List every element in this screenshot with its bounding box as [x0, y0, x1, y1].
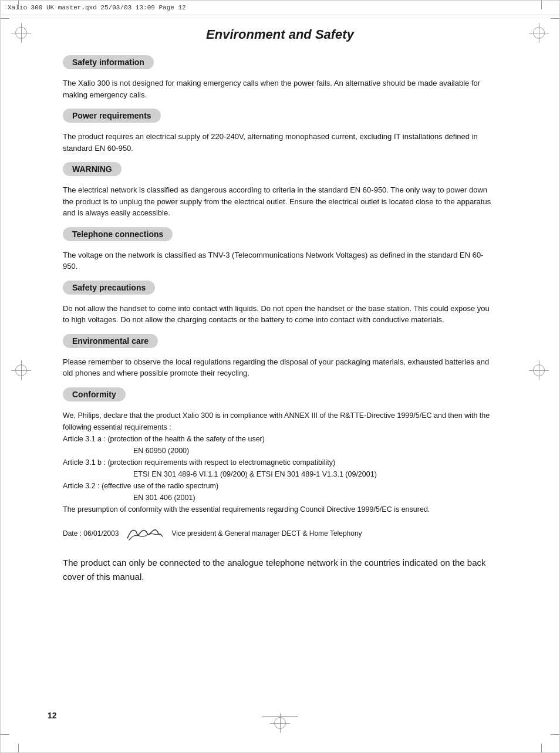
- signature-date: Date : 06/01/2003: [63, 529, 119, 538]
- section-text-safety-information: The Xalio 300 is not designed for making…: [63, 77, 497, 100]
- signature-row: Date : 06/01/2003 Vice president & Gener…: [63, 524, 497, 544]
- conformity-line-2: EN 60950 (2000): [133, 445, 497, 457]
- crop-mark: [18, 744, 19, 752]
- section-environmental-care: Environmental care Please remember to ob…: [63, 334, 497, 379]
- section-heading-conformity: Conformity: [63, 387, 126, 401]
- section-text-environmental-care: Please remember to observe the local reg…: [63, 356, 497, 379]
- crop-mark: [1, 734, 9, 735]
- crop-mark: [1, 18, 9, 19]
- section-header-container: WARNING: [63, 162, 497, 181]
- conformity-line-5: Article 3.2 : (effective use of the radi…: [63, 482, 218, 490]
- crop-mark: [551, 18, 559, 19]
- conformity-line-4: ETSI EN 301 489-6 VI.1.1 (09/200) & ETSI…: [133, 468, 497, 480]
- conformity-line-0: We, Philips, declare that the product Xa…: [63, 411, 490, 431]
- signature-title: Vice president & General manager DECT & …: [171, 529, 362, 538]
- registration-mark: [533, 364, 545, 376]
- conformity-line-1: Article 3.1 a : (protection of the healt…: [63, 435, 265, 443]
- section-conformity: Conformity We, Philips, declare that the…: [63, 387, 497, 515]
- page-title: Environment and Safety: [63, 27, 497, 42]
- section-telephone-connections: Telephone connections The voltage on the…: [63, 227, 497, 272]
- file-header: Xalio 300 UK master.qxd 25/03/03 13:09 P…: [1, 1, 559, 15]
- section-text-warning: The electrical network is classified as …: [63, 184, 497, 219]
- section-header-container: Safety precautions: [63, 281, 497, 299]
- section-heading-safety-information: Safety information: [63, 55, 154, 69]
- section-text-power-requirements: The product requires an electrical suppl…: [63, 131, 497, 154]
- registration-mark: [15, 364, 27, 376]
- conformity-body: We, Philips, declare that the product Xa…: [63, 410, 497, 515]
- signature-svg: [124, 524, 166, 544]
- section-heading-telephone-connections: Telephone connections: [63, 227, 173, 241]
- crop-mark: [541, 1, 542, 9]
- section-header-container: Safety information: [63, 55, 497, 74]
- section-header-container: Power requirements: [63, 109, 497, 127]
- section-heading-safety-precautions: Safety precautions: [63, 281, 155, 295]
- section-text-telephone-connections: The voltage on the network is classified…: [63, 249, 497, 272]
- registration-mark: [15, 27, 27, 39]
- section-warning: WARNING The electrical network is classi…: [63, 162, 497, 219]
- section-heading-environmental-care: Environmental care: [63, 334, 158, 348]
- section-header-container: Conformity: [63, 387, 497, 406]
- conformity-line-3: Article 3.1 b : (protection requirements…: [63, 458, 335, 467]
- conformity-line-6: EN 301 406 (2001): [133, 492, 497, 504]
- page-number: 12: [48, 711, 57, 720]
- section-power-requirements: Power requirements The product requires …: [63, 109, 497, 154]
- file-header-text: Xalio 300 UK master.qxd 25/03/03 13:09 P…: [8, 4, 186, 11]
- page-wrapper: Xalio 300 UK master.qxd 25/03/03 13:09 P…: [0, 0, 560, 753]
- section-header-container: Telephone connections: [63, 227, 497, 246]
- section-heading-power-requirements: Power requirements: [63, 109, 161, 123]
- conformity-line-7: The presumption of conformity with the e…: [63, 505, 430, 514]
- content-area: Environment and Safety Safety informatio…: [16, 15, 544, 607]
- section-text-safety-precautions: Do not allow the handset to come into co…: [63, 303, 497, 326]
- section-heading-warning: WARNING: [63, 162, 122, 176]
- section-header-container: Environmental care: [63, 334, 497, 353]
- registration-mark: [274, 717, 286, 729]
- bottom-note: The product can only be connected to the…: [63, 556, 497, 584]
- registration-mark: [533, 27, 545, 39]
- section-safety-precautions: Safety precautions Do not allow the hand…: [63, 281, 497, 326]
- section-safety-information: Safety information The Xalio 300 is not …: [63, 55, 497, 100]
- signature-image: [124, 524, 166, 544]
- crop-mark: [541, 744, 542, 752]
- crop-mark: [18, 1, 19, 9]
- crop-mark: [551, 734, 559, 735]
- bottom-line-separator: [262, 717, 298, 717]
